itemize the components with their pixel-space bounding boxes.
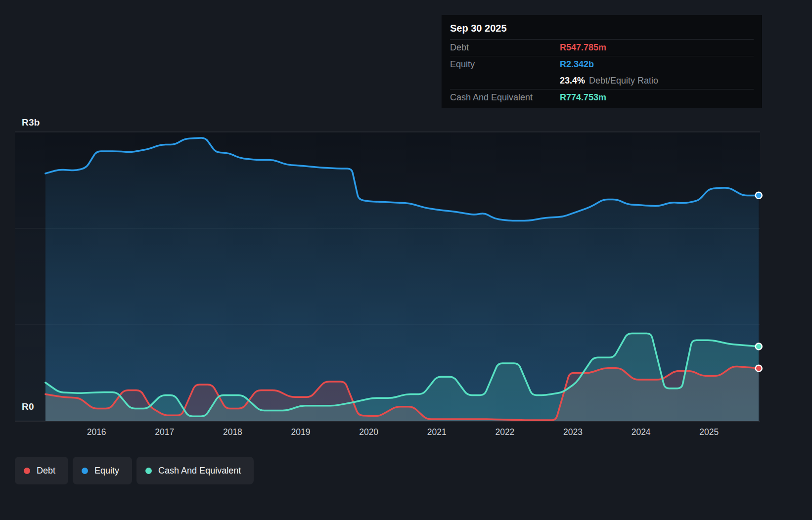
svg-text:2016: 2016 (87, 427, 106, 437)
cash-series-dot-icon (145, 468, 152, 474)
tooltip-debt-row: Debt R547.785m (450, 39, 754, 56)
svg-text:2023: 2023 (563, 427, 583, 437)
tooltip-date: Sep 30 2025 (450, 18, 754, 39)
svg-text:2022: 2022 (495, 427, 514, 437)
tooltip-cash-row: Cash And Equivalent R774.753m (450, 89, 754, 106)
svg-text:2018: 2018 (223, 427, 242, 437)
tooltip-cash-label: Cash And Equivalent (450, 92, 560, 103)
tooltip-cash-value: R774.753m (560, 92, 606, 103)
tooltip-debt-label: Debt (450, 43, 560, 53)
equity-series-dot-icon (82, 468, 88, 474)
tooltip-equity-label: Equity (450, 59, 560, 70)
tooltip-ratio-label: Debt/Equity Ratio (589, 76, 658, 86)
chart-tooltip: Sep 30 2025 Debt R547.785m Equity R2.342… (442, 15, 762, 108)
svg-text:2021: 2021 (427, 427, 447, 437)
tooltip-debt-value: R547.785m (560, 43, 606, 53)
legend-label-equity: Equity (94, 466, 119, 476)
legend-label-debt: Debt (37, 466, 55, 476)
tooltip-ratio-value: 23.4% (560, 76, 585, 86)
svg-text:2024: 2024 (632, 427, 651, 437)
tooltip-ratio-row: 23.4% Debt/Equity Ratio (450, 73, 754, 89)
legend-item-cash[interactable]: Cash And Equivalent (136, 457, 254, 484)
chart-legend: Debt Equity Cash And Equivalent (15, 457, 254, 484)
svg-text:2019: 2019 (291, 427, 311, 437)
svg-text:2017: 2017 (155, 427, 174, 437)
svg-text:2020: 2020 (359, 427, 378, 437)
legend-label-cash: Cash And Equivalent (158, 466, 241, 476)
tooltip-equity-value: R2.342b (560, 59, 594, 70)
debt-equity-history-chart-page: 2016201720182019202020212022202320242025… (0, 0, 812, 520)
tooltip-equity-row: Equity R2.342b (450, 56, 754, 73)
y-axis-label-top: R3b (22, 117, 40, 128)
legend-item-equity[interactable]: Equity (73, 457, 132, 484)
legend-item-debt[interactable]: Debt (15, 457, 68, 484)
y-axis-label-bottom: R0 (22, 401, 34, 412)
svg-text:2025: 2025 (699, 427, 719, 437)
debt-series-dot-icon (24, 468, 30, 474)
